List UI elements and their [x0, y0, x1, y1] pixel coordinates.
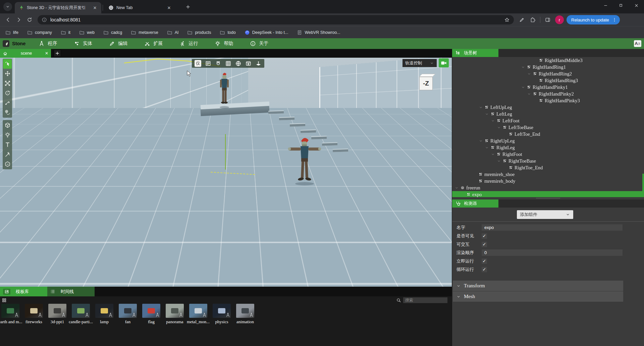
home-icon[interactable] — [3, 51, 8, 56]
extensions-icon[interactable] — [528, 15, 537, 24]
snapshot-key-button[interactable]: 仅 — [195, 60, 201, 67]
grid-button[interactable] — [225, 60, 231, 67]
tree-node-RightToe_End[interactable]: RightToe_End — [452, 164, 644, 171]
name-field[interactable]: expo — [482, 224, 623, 231]
bookmark-item[interactable]: WebVR Showroo... — [297, 30, 340, 35]
tree-node-RightUpLeg[interactable]: RightUpLeg — [452, 137, 644, 144]
chevron-down-icon[interactable] — [485, 146, 489, 150]
template-thumbnail[interactable] — [189, 304, 207, 318]
template-item[interactable]: lamp — [95, 304, 113, 325]
add-component-select[interactable]: 添加组件 — [517, 210, 573, 219]
inspector-header-tab[interactable]: 检测器 — [452, 199, 498, 208]
bookmark-item[interactable]: DeepSeek - Into t... — [245, 30, 288, 35]
tool-waypoint[interactable] — [3, 108, 12, 117]
nav-cube-front-face[interactable]: -Z — [419, 77, 433, 90]
relaunch-to-update-button[interactable]: Relaunch to update — [567, 15, 620, 24]
bookmark-item[interactable]: cadcg — [103, 30, 122, 35]
chevron-down-icon[interactable] — [479, 139, 483, 143]
template-item[interactable]: fan — [119, 304, 137, 325]
tree-node-RightHandRing1[interactable]: RightHandRing1 — [452, 64, 644, 70]
tree-node-RightHandPinky3[interactable]: RightHandPinky3 — [452, 97, 644, 104]
chevron-down-icon[interactable] — [491, 119, 495, 123]
template-thumbnail[interactable] — [213, 304, 231, 318]
tool-move[interactable] — [3, 69, 12, 78]
level-button[interactable] — [255, 60, 262, 67]
chevron-down-icon[interactable] — [521, 65, 525, 69]
template-item[interactable]: 3d-ppt1 — [48, 304, 66, 325]
section-transform[interactable]: Transform — [453, 281, 623, 291]
navigation-cube[interactable]: -Z — [419, 74, 435, 91]
add-scene-button[interactable] — [54, 50, 61, 57]
magnet-button[interactable] — [215, 60, 221, 67]
bottom-tab-时间线[interactable]: 时间线 — [47, 287, 95, 296]
template-thumbnail[interactable] — [236, 304, 254, 318]
tool-text[interactable] — [3, 140, 12, 150]
section-mesh[interactable]: Mesh — [453, 291, 623, 302]
tree-node-freerun[interactable]: freerun — [452, 184, 644, 191]
tool-path[interactable] — [3, 98, 12, 108]
tree-node-RightHandPinky2[interactable]: RightHandPinky2 — [452, 91, 644, 97]
bookmark-star-icon[interactable] — [504, 17, 510, 23]
chevron-down-icon[interactable] — [521, 85, 525, 90]
tree-node-expo[interactable]: expo — [452, 191, 644, 197]
tool-cube[interactable] — [3, 120, 12, 130]
template-item[interactable]: fireworks — [25, 304, 43, 325]
chevron-down-icon[interactable] — [479, 105, 483, 110]
chevron-down-icon[interactable] — [527, 72, 531, 76]
template-item[interactable]: panorama — [166, 304, 184, 325]
profile-avatar[interactable]: r — [555, 15, 564, 24]
close-icon[interactable]: ✕ — [92, 5, 98, 11]
chevron-down-icon[interactable] — [497, 125, 501, 130]
preview-button[interactable] — [245, 60, 252, 67]
tool-ui[interactable]: UI — [3, 159, 12, 169]
menu-item-扩展[interactable]: 扩展 — [136, 38, 171, 49]
template-thumbnail[interactable] — [1, 304, 19, 318]
scene-tree-header-tab[interactable]: 场景树 — [452, 49, 498, 57]
character-standing[interactable] — [217, 72, 232, 109]
bookmark-item[interactable]: company — [27, 30, 52, 35]
tree-node-mremireh_body[interactable]: mremireh_body — [452, 178, 644, 184]
tree-node-mremireh_shoe[interactable]: mremireh_shoe — [452, 171, 644, 178]
forward-button[interactable] — [14, 15, 23, 24]
scrollbar-thumb[interactable] — [642, 174, 644, 197]
template-thumbnail[interactable] — [166, 304, 184, 318]
tool-magic-wand[interactable] — [3, 150, 12, 159]
form-button[interactable] — [205, 60, 211, 67]
site-info-icon[interactable] — [42, 17, 47, 22]
new-tab-button[interactable] — [183, 2, 192, 11]
tree-node-RightHandRing3[interactable]: RightHandRing3 — [452, 77, 644, 84]
menu-item-帮助[interactable]: 帮助 — [206, 38, 241, 49]
chevron-down-icon[interactable] — [491, 152, 495, 157]
tree-node-LeftToe_End[interactable]: LeftToe_End — [452, 131, 644, 137]
chevron-down-icon[interactable] — [485, 112, 489, 116]
eyedropper-icon[interactable] — [517, 15, 527, 24]
viewport-3d[interactable]: 仅 轨道控制 -Z UI — [0, 58, 452, 287]
tree-node-RightHandMiddle3[interactable]: RightHandMiddle3 — [452, 57, 644, 64]
search-input[interactable] — [403, 297, 447, 303]
tree-node-LeftFoot[interactable]: LeftFoot — [452, 117, 644, 124]
kebab-menu-icon[interactable] — [612, 17, 617, 22]
globe-button[interactable] — [235, 60, 241, 67]
minimize-button[interactable] — [598, 0, 613, 11]
template-item[interactable]: physics — [213, 304, 231, 325]
template-item[interactable]: candle-parti... — [72, 304, 90, 325]
tree-node-LeftUpLeg[interactable]: LeftUpLeg — [452, 104, 644, 111]
template-thumbnail[interactable] — [142, 304, 160, 318]
bookmark-item[interactable]: web — [79, 30, 95, 35]
stone-logo[interactable] — [3, 40, 9, 47]
close-icon[interactable]: ✕ — [45, 51, 48, 56]
camera-mode-select[interactable]: 轨道控制 — [402, 59, 437, 67]
tree-node-LeftToeBase[interactable]: LeftToeBase — [452, 124, 644, 131]
chevron-down-icon[interactable] — [497, 159, 501, 163]
scene-tab[interactable]: scene ✕ — [0, 49, 51, 58]
maximize-button[interactable] — [613, 0, 629, 11]
menu-item-关于[interactable]: 关于 — [241, 38, 277, 49]
tree-node-RightLeg[interactable]: RightLeg — [452, 144, 644, 151]
bookmark-item[interactable]: metaverse — [131, 30, 158, 35]
menu-item-实体[interactable]: 实体 — [65, 38, 101, 49]
browser-tab-stone3d[interactable]: Stone 3D - 元宇宙轻应用开发引 ✕ — [15, 2, 101, 13]
grid-view-icon[interactable] — [2, 298, 7, 303]
tool-select[interactable] — [3, 59, 12, 69]
bookmark-item[interactable]: todo — [220, 30, 235, 35]
browser-tab-newtab[interactable]: New Tab ✕ — [104, 2, 181, 13]
